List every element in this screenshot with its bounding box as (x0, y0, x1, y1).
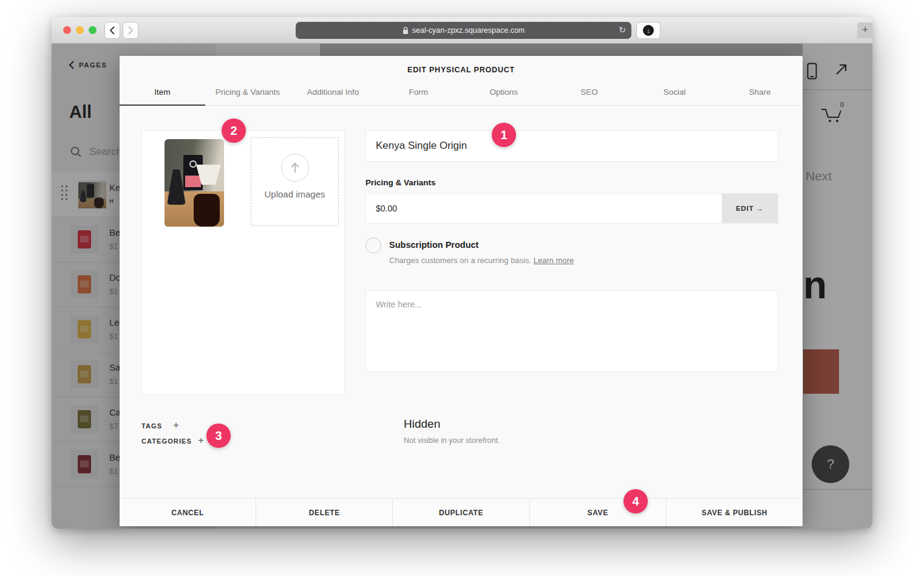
subscription-description-text: Charges customers on a recurring basis. (389, 256, 531, 265)
tab-pricing-variants[interactable]: Pricing & Variants (205, 79, 291, 105)
annotation-badge-3: 3 (206, 423, 231, 448)
edit-variants-button[interactable]: EDIT → (722, 194, 778, 223)
tab-share[interactable]: Share (717, 79, 803, 105)
reload-icon[interactable]: ↻ (619, 25, 626, 35)
new-tab-button[interactable]: + (857, 22, 872, 38)
cancel-button[interactable]: CANCEL (120, 499, 256, 526)
add-category-button[interactable]: + (198, 434, 204, 447)
browser-titlebar: seal-cyan-zpxz.squarespace.com ↻ ↓ + (52, 17, 872, 44)
carafe-shape (194, 194, 220, 227)
add-tag-button[interactable]: + (173, 419, 179, 431)
upload-images-dropzone[interactable]: Upload images (251, 137, 339, 226)
chevron-left-icon (109, 26, 115, 35)
visibility-status: Hidden (404, 417, 440, 431)
description-textarea[interactable] (365, 290, 778, 372)
tab-options[interactable]: Options (461, 79, 547, 105)
product-images-panel: Upload images (141, 130, 345, 395)
browser-window: seal-cyan-zpxz.squarespace.com ↻ ↓ + PAG… (52, 17, 872, 529)
traffic-lights (63, 26, 97, 34)
edit-product-modal: EDIT PHYSICAL PRODUCT Item Pricing & Var… (120, 56, 803, 526)
zoom-window-button[interactable] (89, 26, 97, 34)
upload-label: Upload images (251, 189, 338, 199)
close-window-button[interactable] (63, 26, 71, 34)
subscription-title: Subscription Product (389, 240, 478, 250)
download-button[interactable]: ↓ (636, 22, 661, 39)
download-icon: ↓ (643, 25, 654, 36)
annotation-badge-1: 1 (492, 123, 516, 147)
modal-action-bar: CANCEL DELETE DUPLICATE SAVE SAVE & PUBL… (120, 498, 803, 526)
tab-item[interactable]: Item (120, 79, 205, 105)
visibility-description: Not visible in your storefront. (404, 436, 500, 445)
tab-additional-info[interactable]: Additional Info (290, 79, 376, 105)
app-content: PAGES All Search (52, 44, 872, 529)
price-row: EDIT → (365, 193, 778, 224)
address-bar[interactable]: seal-cyan-zpxz.squarespace.com ↻ (296, 22, 631, 39)
pricing-section-label: Pricing & Variants (365, 178, 436, 187)
annotation-badge-4: 4 (623, 489, 648, 513)
categories-label: CATEGORIES (141, 437, 192, 445)
tab-form[interactable]: Form (376, 79, 461, 105)
tags-label: TAGS (141, 422, 162, 430)
learn-more-link[interactable]: Learn more (534, 256, 574, 265)
price-input[interactable] (366, 194, 722, 223)
save-publish-button[interactable]: SAVE & PUBLISH (666, 499, 803, 526)
back-button[interactable] (104, 22, 120, 39)
upload-arrow-icon (281, 154, 309, 182)
minimize-window-button[interactable] (76, 26, 84, 34)
chevron-right-icon (127, 26, 134, 35)
annotation-badge-2: 2 (222, 118, 246, 143)
product-photo[interactable] (165, 139, 224, 227)
duplicate-button[interactable]: DUPLICATE (392, 499, 529, 526)
lock-icon (403, 27, 409, 35)
screenshot-canvas: seal-cyan-zpxz.squarespace.com ↻ ↓ + PAG… (0, 0, 924, 576)
tab-seo[interactable]: SEO (546, 79, 632, 105)
product-title-input[interactable] (365, 130, 778, 162)
url-text: seal-cyan-zpxz.squarespace.com (412, 26, 525, 35)
modal-tabs: Item Pricing & Variants Additional Info … (120, 79, 803, 106)
tab-social[interactable]: Social (632, 79, 718, 105)
modal-title: EDIT PHYSICAL PRODUCT (120, 66, 803, 74)
subscription-description: Charges customers on a recurring basis. … (389, 256, 574, 265)
forward-button[interactable] (123, 22, 138, 39)
delete-button[interactable]: DELETE (256, 499, 392, 526)
subscription-radio[interactable] (365, 238, 381, 253)
